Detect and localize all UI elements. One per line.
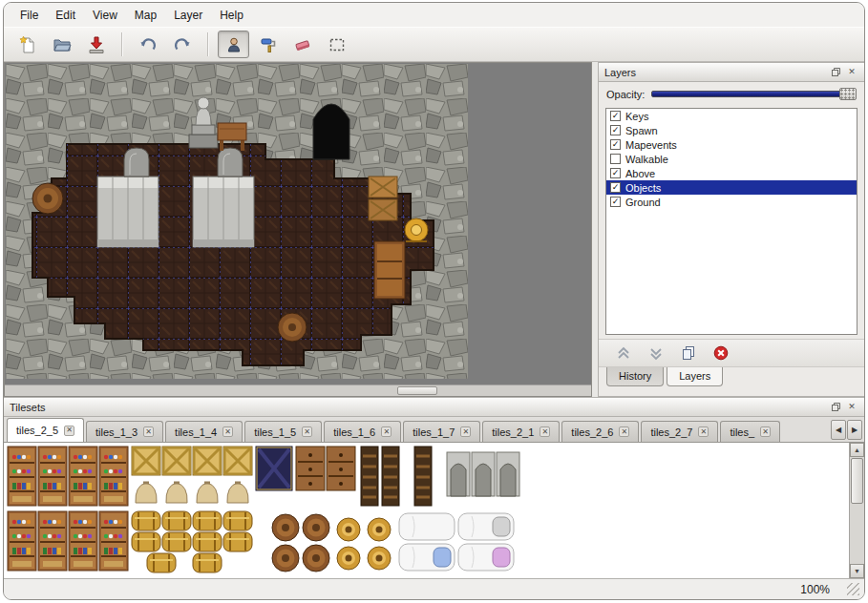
close-panel-icon[interactable]: ✕ (845, 401, 858, 413)
tileset-tab-tiles_2_5[interactable]: tiles_2_5 ✕ (7, 418, 84, 442)
scroll-down-icon[interactable]: ▼ (850, 564, 864, 578)
undo-arrow-icon (138, 35, 158, 54)
layer-checkbox[interactable]: ✓ (610, 139, 621, 150)
map-horn (405, 218, 428, 241)
menu-file[interactable]: File (11, 6, 47, 25)
layer-row-above[interactable]: ✓ Above (606, 166, 857, 180)
map-doorway (313, 104, 349, 159)
tileset-tab-label: tiles_ (730, 426, 754, 438)
tab-close-icon[interactable]: ✕ (143, 426, 154, 437)
tab-close-icon[interactable]: ✕ (698, 426, 709, 437)
tab-history[interactable]: History (606, 367, 664, 386)
redo-button[interactable] (166, 31, 198, 58)
tab-close-icon[interactable]: ✕ (540, 426, 550, 437)
tileset-tab-tiles_2_1[interactable]: tiles_2_1 ✕ (482, 421, 560, 442)
tab-scroll-right-icon[interactable]: ▶ (847, 420, 862, 440)
new-file-button[interactable] (11, 31, 43, 58)
delete-layer-button[interactable] (711, 343, 730, 363)
tileset-tab-label: tiles_2_5 (16, 425, 58, 436)
map-horizontal-scrollbar[interactable] (5, 385, 591, 396)
layer-row-keys[interactable]: ✓ Keys (606, 109, 857, 123)
tab-close-icon[interactable]: ✕ (460, 426, 471, 437)
tileset-tab-tiles_2_6[interactable]: tiles_2_6 ✕ (561, 421, 639, 442)
map-image[interactable] (6, 64, 468, 379)
layer-checkbox[interactable]: ✓ (610, 111, 621, 121)
menu-edit[interactable]: Edit (47, 6, 84, 25)
resize-grip[interactable] (847, 583, 859, 595)
tileset-image[interactable] (6, 445, 821, 576)
layers-list[interactable]: ✓ Keys ✓ Spawn ✓ Mapevents Walkable ✓ (605, 108, 857, 335)
scrollbar-thumb[interactable] (397, 386, 437, 395)
opacity-slider[interactable] (651, 88, 857, 100)
tileset-tab-tiles_1_7[interactable]: tiles_1_7 ✕ (403, 421, 480, 442)
layer-row-walkable[interactable]: Walkable (606, 152, 857, 166)
open-button[interactable] (46, 31, 77, 58)
layer-checkbox[interactable]: ✓ (610, 168, 621, 178)
select-tool-button[interactable] (321, 31, 352, 58)
tab-layers[interactable]: Layers (667, 367, 723, 386)
toolbar-separator (207, 32, 208, 56)
float-panel-icon[interactable] (829, 66, 842, 78)
map-canvas-area[interactable] (4, 62, 592, 397)
layer-label: Mapevents (625, 139, 677, 151)
move-layer-down-button[interactable] (646, 343, 666, 363)
open-folder-icon (53, 35, 72, 54)
tileset-tab-label: tiles_1_6 (333, 426, 375, 438)
menu-help[interactable]: Help (211, 6, 252, 25)
eraser-tool-button[interactable] (286, 31, 318, 58)
tab-close-icon[interactable]: ✕ (619, 426, 629, 437)
move-layer-up-button[interactable] (614, 343, 633, 363)
tab-close-icon[interactable]: ✕ (760, 426, 771, 437)
layer-checkbox[interactable] (610, 154, 621, 164)
tab-close-icon[interactable]: ✕ (302, 426, 312, 437)
layer-label: Spawn (625, 125, 658, 136)
save-button[interactable] (80, 31, 112, 58)
fill-tool-button[interactable] (252, 31, 284, 58)
tab-close-icon[interactable]: ✕ (222, 426, 233, 437)
tileset-tab-label: tiles_2_1 (492, 426, 534, 438)
tileset-content[interactable]: ▲ ▼ (4, 443, 864, 579)
tilesets-panel-titlebar: Tilesets ✕ (4, 398, 864, 417)
menu-layer[interactable]: Layer (165, 6, 211, 25)
float-panel-icon[interactable] (829, 401, 842, 413)
layer-row-mapevents[interactable]: ✓ Mapevents (606, 137, 857, 152)
delete-circle-icon (713, 345, 729, 361)
tilesets-panel-title: Tilesets (10, 402, 826, 413)
zoom-level: 100% (800, 583, 830, 596)
scroll-up-icon[interactable]: ▲ (850, 443, 864, 457)
slider-handle[interactable] (839, 88, 857, 100)
layer-row-objects[interactable]: ✓ Objects (606, 180, 857, 195)
close-panel-icon[interactable]: ✕ (845, 66, 858, 78)
menu-bar: File Edit View Map Layer Help (4, 3, 864, 27)
layer-checkbox[interactable]: ✓ (610, 125, 621, 135)
layer-row-spawn[interactable]: ✓ Spawn (606, 123, 857, 137)
duplicate-layer-button[interactable] (679, 343, 698, 363)
tileset-vertical-scrollbar[interactable]: ▲ ▼ (849, 443, 864, 578)
tilesets-panel: Tilesets ✕ tiles_2_5 ✕ tiles_1_3 ✕ tiles… (4, 397, 864, 579)
tab-close-icon[interactable]: ✕ (64, 426, 74, 436)
layer-label: Walkable (625, 154, 668, 165)
tileset-tab-tiles_1_4[interactable]: tiles_1_4 ✕ (165, 421, 243, 442)
tileset-tabs-strip: tiles_2_5 ✕ tiles_1_3 ✕ tiles_1_4 ✕ tile… (7, 418, 825, 442)
layer-checkbox[interactable]: ✓ (610, 197, 621, 207)
undo-button[interactable] (132, 31, 163, 58)
tileset-tab-tiles_2_7[interactable]: tiles_2_7 ✕ (641, 421, 718, 442)
scrollbar-thumb[interactable] (851, 458, 863, 504)
tab-scroll-left-icon[interactable]: ◀ (831, 420, 846, 440)
tileset-tab-clipped[interactable]: tiles_ ✕ (720, 421, 780, 442)
layer-label: Keys (625, 111, 648, 122)
layer-row-ground[interactable]: ✓ Ground (606, 195, 857, 209)
tab-scroll-nav: ◀ ▶ (831, 420, 862, 440)
map-barrel (32, 183, 63, 214)
layer-checkbox[interactable]: ✓ (610, 182, 621, 193)
tileset-tab-tiles_1_6[interactable]: tiles_1_6 ✕ (324, 421, 401, 442)
menu-map[interactable]: Map (126, 6, 165, 25)
tab-close-icon[interactable]: ✕ (381, 426, 392, 437)
menu-view[interactable]: View (84, 6, 126, 25)
stamp-tool-button[interactable] (218, 31, 249, 58)
tileset-tab-tiles_1_3[interactable]: tiles_1_3 ✕ (86, 421, 163, 442)
tileset-tab-tiles_1_5[interactable]: tiles_1_5 ✕ (244, 421, 322, 442)
map-tombstone (124, 148, 149, 177)
slider-track[interactable] (651, 91, 856, 97)
map-tombstone (218, 148, 243, 177)
